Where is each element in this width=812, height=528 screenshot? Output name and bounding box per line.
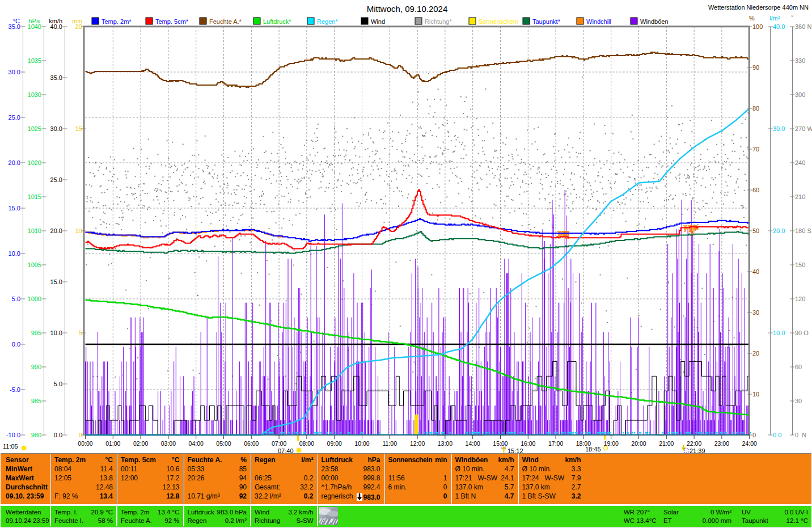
- svg-text:02:00: 02:00: [133, 440, 148, 447]
- svg-text:0 N: 0 N: [795, 432, 806, 438]
- svg-text:1005: 1005: [28, 261, 41, 268]
- svg-text:5.0: 5.0: [54, 381, 62, 387]
- svg-text:22:00: 22:00: [687, 440, 701, 447]
- svg-text:Windchill: Windchill: [586, 18, 611, 25]
- svg-text:-10.0: -10.0: [6, 432, 20, 438]
- svg-text:25.0: 25.0: [50, 176, 62, 183]
- svg-text:360 N: 360 N: [795, 23, 811, 30]
- svg-text:0.0: 0.0: [773, 432, 781, 438]
- svg-text:16:00: 16:00: [521, 440, 535, 447]
- svg-text:40.0: 40.0: [773, 23, 785, 30]
- svg-text:21:00: 21:00: [659, 440, 674, 447]
- svg-text:10.0: 10.0: [50, 330, 62, 336]
- svg-text:Wetterstation Niedersorpe 440m: Wetterstation Niedersorpe 440m NN: [708, 4, 809, 11]
- svg-text:13:00: 13:00: [438, 440, 452, 447]
- svg-text:35.0: 35.0: [50, 74, 62, 81]
- svg-text:1040: 1040: [28, 23, 41, 30]
- svg-text:120: 120: [795, 295, 805, 302]
- svg-text:985: 985: [31, 398, 41, 404]
- svg-text:1015: 1015: [28, 193, 41, 200]
- svg-text:330: 330: [795, 57, 805, 64]
- svg-text:210: 210: [795, 193, 805, 200]
- svg-text:1020: 1020: [28, 159, 41, 166]
- svg-text:1000: 1000: [28, 295, 41, 302]
- svg-text:30: 30: [752, 309, 759, 316]
- svg-text:25.0: 25.0: [9, 114, 20, 121]
- svg-text:0: 0: [752, 432, 756, 438]
- svg-text:14:00: 14:00: [466, 440, 480, 447]
- svg-text:10.0: 10.0: [9, 250, 20, 257]
- svg-text:03:00: 03:00: [161, 440, 176, 447]
- svg-text:Mittwoch, 09.10.2024: Mittwoch, 09.10.2024: [367, 4, 448, 14]
- svg-text:%: %: [749, 15, 755, 22]
- svg-text:980: 980: [31, 432, 41, 438]
- svg-text:11:05: 11:05: [3, 443, 18, 450]
- svg-text:35.0: 35.0: [9, 23, 20, 30]
- svg-text:30: 30: [795, 398, 802, 404]
- svg-text:60: 60: [752, 187, 759, 193]
- svg-text:20.0: 20.0: [50, 227, 62, 234]
- svg-text:Feuchte A.*: Feuchte A.*: [209, 18, 242, 25]
- svg-text:0.0: 0.0: [12, 341, 20, 348]
- svg-text:12:00: 12:00: [410, 440, 425, 447]
- svg-text:23:00: 23:00: [714, 440, 729, 447]
- svg-text:40.0: 40.0: [50, 23, 62, 30]
- svg-text:90: 90: [752, 64, 759, 71]
- svg-text:24:00: 24:00: [742, 440, 757, 447]
- svg-text:50: 50: [752, 227, 759, 234]
- svg-text:0: 0: [79, 432, 82, 438]
- svg-text:18:45: 18:45: [585, 446, 601, 453]
- svg-text:20.0: 20.0: [9, 159, 20, 166]
- svg-text:5.0: 5.0: [12, 295, 20, 302]
- svg-text:°: °: [791, 14, 793, 20]
- svg-text:180 S: 180 S: [795, 227, 811, 234]
- svg-text:10: 10: [75, 227, 82, 234]
- svg-text:990: 990: [31, 364, 41, 370]
- svg-text:30.0: 30.0: [773, 125, 785, 132]
- svg-text:995: 995: [31, 330, 41, 336]
- svg-text:06:00: 06:00: [244, 440, 259, 447]
- svg-text:Temp. 2m*: Temp. 2m*: [102, 18, 132, 25]
- svg-text:15: 15: [75, 125, 82, 132]
- svg-text:11:00: 11:00: [383, 440, 397, 447]
- svg-text:01:00: 01:00: [105, 440, 120, 447]
- svg-text:90 O: 90 O: [795, 330, 809, 336]
- svg-text:1030: 1030: [28, 91, 41, 98]
- svg-text:17:00: 17:00: [548, 440, 563, 447]
- svg-text:Wind: Wind: [371, 18, 385, 25]
- svg-text:Sonnenschein: Sonnenschein: [479, 18, 518, 25]
- svg-text:10:00: 10:00: [354, 440, 369, 447]
- svg-text:l/m²: l/m²: [769, 15, 780, 22]
- svg-text:270 W: 270 W: [795, 125, 812, 132]
- svg-text:10.0: 10.0: [773, 330, 785, 336]
- svg-text:-5.0: -5.0: [10, 386, 20, 393]
- svg-text:20:00: 20:00: [631, 440, 646, 447]
- svg-text:15.0: 15.0: [50, 278, 62, 285]
- svg-text:Windböen: Windböen: [640, 18, 669, 25]
- svg-text:150: 150: [795, 261, 805, 268]
- svg-text:5: 5: [79, 330, 82, 336]
- svg-text:08:00: 08:00: [299, 440, 314, 447]
- svg-text:10: 10: [752, 391, 759, 398]
- svg-text:20: 20: [75, 23, 82, 30]
- svg-text:05:00: 05:00: [216, 440, 231, 447]
- svg-text:70: 70: [752, 146, 759, 153]
- svg-text:20.0: 20.0: [773, 227, 785, 234]
- svg-text:30.0: 30.0: [9, 69, 20, 75]
- svg-text:100: 100: [752, 23, 763, 30]
- svg-text:300: 300: [795, 91, 805, 98]
- svg-text:60: 60: [795, 364, 802, 370]
- svg-text:1010: 1010: [28, 227, 41, 234]
- svg-text:30.0: 30.0: [50, 125, 62, 132]
- svg-text:00:00: 00:00: [78, 440, 92, 447]
- svg-text:1035: 1035: [28, 57, 41, 64]
- svg-text:15:00: 15:00: [493, 440, 508, 447]
- svg-text:1025: 1025: [28, 125, 41, 132]
- svg-text:20: 20: [752, 350, 759, 357]
- svg-text:07:00: 07:00: [272, 440, 286, 447]
- svg-text:Regen*: Regen*: [317, 18, 338, 25]
- svg-text:80: 80: [752, 105, 759, 112]
- svg-text:0.0: 0.0: [54, 432, 62, 438]
- svg-text:240: 240: [795, 159, 805, 166]
- svg-text:40: 40: [752, 268, 759, 275]
